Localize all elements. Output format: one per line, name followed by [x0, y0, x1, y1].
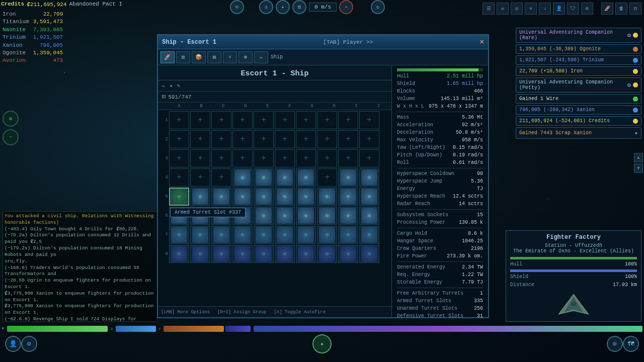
- turret-cell[interactable]: ⊙: [232, 226, 253, 244]
- turret-cell[interactable]: ⊙: [317, 245, 337, 263]
- turret-cell[interactable]: +: [275, 111, 295, 129]
- toolbar-inventory-btn[interactable]: ⊠: [207, 51, 221, 63]
- turret-cell[interactable]: ⊙: [338, 245, 358, 263]
- turret-cell[interactable]: +: [169, 168, 189, 187]
- turret-cell[interactable]: +: [359, 130, 379, 148]
- toolbar-power-btn[interactable]: ⚡: [223, 51, 237, 63]
- bottom-icon-4[interactable]: 🗺: [623, 336, 639, 352]
- turret-cell[interactable]: +: [338, 111, 358, 129]
- edit-icon-pen[interactable]: ✎: [177, 82, 180, 89]
- turret-cell[interactable]: ⊙: [359, 188, 379, 206]
- turret-cell[interactable]: +: [211, 168, 231, 187]
- turret-cell[interactable]: ⊙: [254, 168, 274, 187]
- turret-cell[interactable]: ⊙: [317, 207, 337, 225]
- turret-cell[interactable]: +: [211, 111, 231, 129]
- turret-cell-highlighted[interactable]: ⊙ Armed Turret Slot #337: [169, 188, 189, 206]
- right-nav-2[interactable]: ▼: [634, 164, 643, 173]
- right-nav-1[interactable]: ▲: [634, 153, 643, 162]
- icon-trash[interactable]: 🗑: [615, 3, 627, 15]
- turret-cell[interactable]: ⊙: [232, 188, 253, 206]
- turret-cell[interactable]: +: [317, 149, 337, 167]
- toolbar-ship-btn[interactable]: 🚀: [160, 51, 175, 63]
- turret-cell[interactable]: +: [338, 130, 358, 148]
- turret-cell[interactable]: ⊙: [275, 168, 295, 187]
- icon-sword[interactable]: ⚔: [539, 3, 551, 15]
- icon-compass[interactable]: ◎: [511, 3, 523, 15]
- turret-cell[interactable]: ⊙: [190, 188, 210, 206]
- turret-cell[interactable]: +: [169, 111, 189, 129]
- bottom-icon-2[interactable]: ⊙: [21, 336, 37, 352]
- turret-cell[interactable]: ⊙: [317, 188, 337, 206]
- turret-cell[interactable]: +: [317, 111, 337, 129]
- turret-cell[interactable]: ⊙: [275, 188, 295, 206]
- turret-cell[interactable]: ⊙: [254, 207, 274, 225]
- turret-cell[interactable]: +: [232, 111, 253, 129]
- hud-icon-2[interactable]: ✦: [276, 0, 290, 14]
- turret-cell[interactable]: ⊙: [359, 226, 379, 244]
- turret-cell[interactable]: ⊙: [296, 226, 316, 244]
- left-icon-1[interactable]: ⊕: [3, 111, 19, 127]
- icon-x[interactable]: ✕: [525, 3, 537, 15]
- turret-cell[interactable]: +: [275, 149, 295, 167]
- turret-cell[interactable]: ⊙: [211, 188, 231, 206]
- left-icon-2[interactable]: −: [3, 129, 19, 145]
- icon-mail[interactable]: ✉: [497, 3, 509, 15]
- turret-cell[interactable]: +: [359, 149, 379, 167]
- turret-cell[interactable]: +: [211, 149, 231, 167]
- turret-cell[interactable]: +: [275, 130, 295, 148]
- turret-cell[interactable]: ⊙: [211, 226, 231, 244]
- toolbar-cargo-btn[interactable]: 📦: [192, 51, 206, 63]
- turret-cell[interactable]: ⊙: [338, 226, 358, 244]
- icon-settings[interactable]: ⚙: [581, 3, 593, 15]
- turret-cell[interactable]: ⊙: [359, 168, 379, 187]
- turret-cell[interactable]: ⊙: [232, 245, 253, 263]
- edit-icon-star[interactable]: ✦: [170, 82, 173, 89]
- turret-cell[interactable]: ⊙: [317, 226, 337, 244]
- bottom-icon-1[interactable]: 👤: [5, 336, 21, 352]
- turret-cell[interactable]: +: [359, 111, 379, 129]
- turret-cell[interactable]: ⊙: [190, 245, 210, 263]
- turret-cell[interactable]: +: [232, 149, 253, 167]
- turret-cell[interactable]: +: [211, 130, 231, 148]
- hud-icon-4[interactable]: ↻: [371, 0, 385, 14]
- turret-cell[interactable]: +: [190, 149, 210, 167]
- icon-ship[interactable]: 🚀: [601, 3, 613, 15]
- turret-cell[interactable]: ⊙: [338, 207, 358, 225]
- edit-icon-pencil[interactable]: ✏: [162, 82, 166, 89]
- turret-cell[interactable]: ⊙: [338, 188, 358, 206]
- turret-cell[interactable]: +: [232, 130, 253, 148]
- turret-cell[interactable]: +: [169, 149, 189, 167]
- turret-cell[interactable]: ⊙: [359, 207, 379, 225]
- turret-cell[interactable]: ⊙: [296, 245, 316, 263]
- turret-cell[interactable]: ⊙: [296, 168, 316, 187]
- hud-icon-3[interactable]: ⊞: [292, 0, 306, 14]
- turret-cell[interactable]: ⊙: [169, 226, 189, 244]
- turret-cell[interactable]: +: [296, 130, 316, 148]
- turret-cell[interactable]: ⊙: [211, 245, 231, 263]
- icon-shield-r[interactable]: 🛡: [567, 3, 579, 15]
- turret-cell[interactable]: ⊙: [232, 168, 253, 187]
- turret-cell[interactable]: +: [190, 111, 210, 129]
- hud-icon-1[interactable]: ⚓: [259, 0, 273, 14]
- turret-cell[interactable]: ⊙: [296, 207, 316, 225]
- turret-cell[interactable]: +: [296, 111, 316, 129]
- turret-cell[interactable]: ⊙: [190, 226, 210, 244]
- icon-menu[interactable]: ☰: [482, 3, 495, 15]
- dialog-close-button[interactable]: ×: [480, 38, 484, 46]
- turret-cell[interactable]: +: [317, 168, 337, 187]
- turret-cell[interactable]: ⊙: [254, 188, 274, 206]
- turret-cell[interactable]: +: [296, 149, 316, 167]
- turret-cell[interactable]: ⊙: [359, 245, 379, 263]
- turret-cell[interactable]: +: [254, 130, 274, 148]
- bottom-icon-center[interactable]: ✦: [312, 334, 332, 353]
- toolbar-edit-btn[interactable]: ✏: [254, 51, 268, 63]
- turret-cell[interactable]: +: [317, 130, 337, 148]
- turret-cell[interactable]: +: [190, 168, 210, 187]
- turret-cell[interactable]: +: [169, 130, 189, 148]
- turret-cell[interactable]: ⊙: [296, 188, 316, 206]
- turret-cell[interactable]: ⊙: [254, 245, 274, 263]
- hud-icon-map[interactable]: ⊙: [230, 0, 244, 14]
- turret-cell[interactable]: ⊙: [275, 226, 295, 244]
- bottom-icon-3[interactable]: ⊙: [607, 336, 623, 352]
- toolbar-crew-btn[interactable]: ⊕: [238, 51, 253, 63]
